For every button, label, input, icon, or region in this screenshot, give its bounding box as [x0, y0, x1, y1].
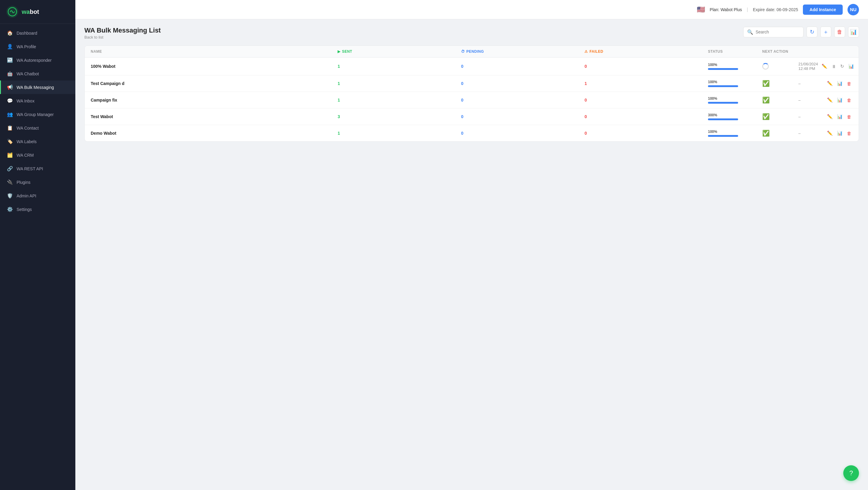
row-pending: 0: [461, 64, 585, 69]
sidebar-label-wa-crm: WA CRM: [17, 153, 34, 158]
search-icon: 🔍: [747, 29, 753, 35]
dashboard-icon: 🏠: [7, 30, 13, 36]
progress-cell: 100%: [708, 80, 762, 87]
data-table: NAME ▶ SENT ⏱ PENDING ⚠ FAILED STATUS NE…: [84, 45, 859, 142]
logo-bot: bot: [30, 8, 39, 15]
status-check-icon: ✅: [762, 130, 770, 137]
export-button[interactable]: 📊: [848, 27, 859, 37]
refresh-button[interactable]: ↻: [807, 27, 817, 37]
edit-icon[interactable]: ✏️: [826, 129, 834, 137]
page-title: WA Bulk Messaging List: [84, 27, 161, 34]
edit-icon[interactable]: ✏️: [826, 113, 834, 121]
sidebar-item-wa-crm[interactable]: 🗂️ WA CRM: [0, 148, 75, 162]
sidebar-item-wa-autoresponder[interactable]: ↩️ WA Autoresponder: [0, 53, 75, 67]
content-area: WA Bulk Messaging List Back to list 🔍 ↻ …: [75, 19, 868, 490]
wa-bulk-messaging-icon: 📢: [7, 84, 13, 90]
row-name: 100% Wabot: [91, 64, 338, 69]
edit-icon[interactable]: ✏️: [826, 96, 834, 104]
sidebar-nav: 🏠 Dashboard 👤 WA Profile ↩️ WA Autorespo…: [0, 24, 75, 490]
table-header: NAME ▶ SENT ⏱ PENDING ⚠ FAILED STATUS NE…: [85, 46, 859, 58]
table-row: Campaign fix 1 0 0 100% ✅ – ✏️ 📊 🗑: [85, 92, 859, 109]
progress-bar-bg: [708, 85, 738, 87]
admin-api-icon: 🛡️: [7, 193, 13, 198]
chart-icon[interactable]: 📊: [836, 129, 844, 137]
chart-icon[interactable]: 📊: [836, 80, 844, 87]
row-delete-icon[interactable]: 🗑: [857, 63, 859, 70]
row-pending: 0: [461, 81, 585, 86]
table-body: 100% Wabot 1 0 0 100% 21/06/2024 12:48 P…: [85, 58, 859, 141]
edit-icon[interactable]: ✏️: [826, 80, 834, 87]
progress-bar-bg: [708, 118, 738, 120]
help-fab-button[interactable]: ?: [843, 465, 859, 481]
row-sent: 3: [338, 114, 461, 119]
logo-wa: wa: [22, 8, 30, 15]
chart-icon[interactable]: 📊: [836, 113, 844, 121]
page-subtitle[interactable]: Back to list: [84, 35, 161, 39]
table-row: Demo Wabot 1 0 0 100% ✅ – ✏️ 📊 🗑: [85, 125, 859, 141]
sidebar-item-wa-bulk-messaging[interactable]: 📢 WA Bulk Messaging: [0, 81, 75, 94]
action-icons: ✏️ 📊 🗑: [826, 113, 852, 121]
progress-label: 300%: [708, 113, 762, 117]
sidebar-item-wa-chatbot[interactable]: 🤖 WA Chatbot: [0, 67, 75, 81]
sidebar-item-settings[interactable]: ⚙️ Settings: [0, 203, 75, 216]
sidebar-label-wa-autoresponder: WA Autoresponder: [17, 58, 52, 63]
sidebar-item-dashboard[interactable]: 🏠 Dashboard: [0, 26, 75, 40]
row-delete-icon[interactable]: 🗑: [846, 96, 852, 104]
row-delete-icon[interactable]: 🗑: [846, 80, 852, 87]
sidebar-item-admin-api[interactable]: 🛡️ Admin API: [0, 189, 75, 203]
add-button[interactable]: ＋: [820, 27, 831, 37]
sidebar-item-wa-group-manager[interactable]: 👥 WA Group Manager: [0, 108, 75, 121]
next-action-cell: – ✏️ 📊 🗑: [798, 96, 852, 104]
sidebar-item-wa-inbox[interactable]: 💬 WA Inbox: [0, 94, 75, 108]
col-pending: ⏱ PENDING: [461, 50, 585, 54]
progress-label: 100%: [708, 96, 762, 101]
progress-bar: [708, 118, 738, 120]
search-input[interactable]: [755, 30, 798, 34]
progress-bar: [708, 68, 738, 70]
col-status: STATUS: [708, 50, 762, 54]
status-cell: ✅: [762, 96, 798, 104]
top-header: 🇺🇸 Plan: Wabot Plus | Expire date: 06-09…: [75, 0, 868, 19]
page-header-left: WA Bulk Messaging List Back to list: [84, 27, 161, 39]
col-failed: ⚠ FAILED: [584, 50, 708, 54]
sidebar-label-dashboard: Dashboard: [17, 31, 37, 36]
row-sent: 1: [338, 131, 461, 135]
progress-bar: [708, 85, 738, 87]
row-delete-icon[interactable]: 🗑: [846, 130, 852, 137]
sidebar-item-wa-contact[interactable]: 📋 WA Contact: [0, 121, 75, 135]
chart-icon[interactable]: 📊: [847, 62, 855, 70]
sidebar-label-wa-profile: WA Profile: [17, 44, 36, 49]
row-name: Test Wabot: [91, 114, 338, 119]
row-delete-icon[interactable]: 🗑: [846, 113, 852, 121]
status-loading-icon: [762, 63, 769, 70]
progress-label: 100%: [708, 130, 762, 134]
table-row: Test Campaign d 1 0 1 100% ✅ – ✏️ 📊 🗑: [85, 75, 859, 92]
status-check-icon: ✅: [762, 113, 770, 120]
flag-icon: 🇺🇸: [697, 6, 705, 13]
main-area: 🇺🇸 Plan: Wabot Plus | Expire date: 06-09…: [75, 0, 868, 490]
next-action-time: –: [798, 115, 801, 119]
search-box[interactable]: 🔍: [743, 27, 804, 37]
edit-icon[interactable]: ✏️: [820, 62, 829, 70]
wa-profile-icon: 👤: [7, 44, 13, 50]
col-sent: ▶ SENT: [338, 50, 461, 54]
row-failed: 0: [584, 98, 708, 102]
sidebar: wabot 🏠 Dashboard 👤 WA Profile ↩️ WA Aut…: [0, 0, 75, 490]
sidebar-item-wa-labels[interactable]: 🏷️ WA Labels: [0, 135, 75, 148]
wa-chatbot-icon: 🤖: [7, 71, 13, 76]
wa-crm-icon: 🗂️: [7, 152, 13, 158]
row-sent: 1: [338, 98, 461, 102]
row-refresh-icon[interactable]: ↻: [839, 62, 845, 70]
action-icons: ✏️ 📊 🗑: [826, 80, 852, 87]
pause-icon[interactable]: ⏸: [830, 63, 837, 70]
progress-label: 100%: [708, 80, 762, 84]
sidebar-label-admin-api: Admin API: [17, 193, 36, 198]
sidebar-item-wa-rest-api[interactable]: 🔗 WA REST API: [0, 162, 75, 175]
add-instance-button[interactable]: Add Instance: [803, 4, 843, 15]
progress-bar: [708, 135, 738, 137]
chart-icon[interactable]: 📊: [836, 96, 844, 104]
row-pending: 0: [461, 131, 585, 135]
delete-button[interactable]: 🗑: [834, 27, 845, 37]
sidebar-item-plugins[interactable]: 🔌 Plugins: [0, 175, 75, 189]
sidebar-item-wa-profile[interactable]: 👤 WA Profile: [0, 40, 75, 53]
